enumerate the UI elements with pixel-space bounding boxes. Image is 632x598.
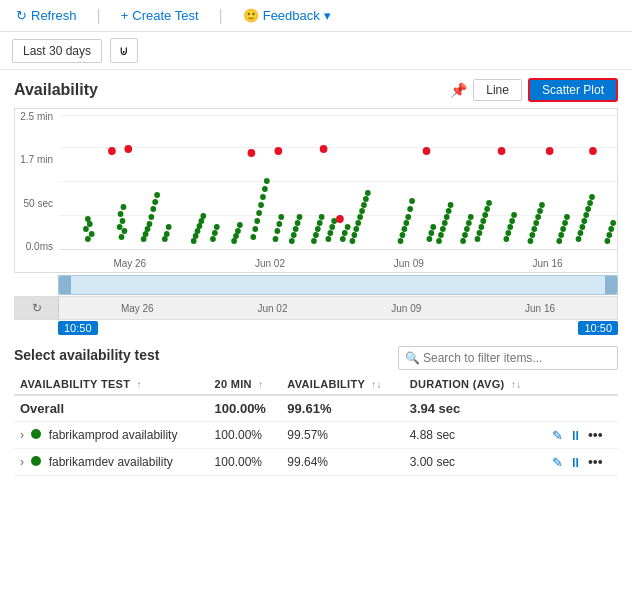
timeline-bar[interactable] bbox=[58, 275, 618, 295]
svg-point-40 bbox=[254, 218, 260, 224]
svg-point-53 bbox=[293, 226, 299, 232]
more-icon-1[interactable]: ••• bbox=[588, 427, 603, 443]
time-badge-end: 10:50 bbox=[578, 321, 618, 335]
svg-point-128 bbox=[576, 236, 582, 242]
feedback-label: Feedback bbox=[263, 8, 320, 23]
svg-point-120 bbox=[537, 208, 543, 214]
svg-point-19 bbox=[152, 199, 158, 205]
pause-icon-1[interactable]: ⏸ bbox=[569, 428, 582, 443]
test1-actions: ✎ ⏸ ••• bbox=[552, 427, 612, 443]
chart-title: Availability bbox=[14, 81, 98, 99]
edit-icon-2[interactable]: ✎ bbox=[552, 455, 563, 470]
pin-icon[interactable]: 📌 bbox=[450, 82, 467, 98]
test1-name: › fabrikamprod availability bbox=[14, 422, 209, 449]
feedback-button[interactable]: 🙂 Feedback ▾ bbox=[239, 6, 335, 25]
expand-icon-1[interactable]: › bbox=[20, 428, 24, 442]
x-label-jun09: Jun 09 bbox=[394, 258, 424, 269]
test1-20min: 100.00% bbox=[209, 422, 282, 449]
svg-point-41 bbox=[256, 210, 262, 216]
svg-point-132 bbox=[583, 212, 589, 218]
svg-point-124 bbox=[558, 232, 564, 238]
sort-icon-duration[interactable]: ↑↓ bbox=[511, 379, 522, 390]
svg-point-137 bbox=[604, 238, 610, 244]
nav-prev-button[interactable]: ↻ bbox=[15, 297, 59, 319]
svg-point-94 bbox=[444, 214, 450, 220]
create-test-button[interactable]: + Create Test bbox=[117, 6, 203, 25]
timeline-handle-left[interactable] bbox=[59, 276, 71, 294]
svg-point-74 bbox=[357, 214, 363, 220]
test2-actions: ✎ ⏸ ••• bbox=[552, 454, 612, 470]
refresh-button[interactable]: ↻ Refresh bbox=[12, 6, 81, 25]
svg-point-52 bbox=[291, 232, 297, 238]
smiley-icon: 🙂 bbox=[243, 8, 259, 23]
y-label-top: 2.5 min bbox=[15, 111, 57, 122]
svg-point-48 bbox=[276, 221, 282, 227]
sort-icon-avail[interactable]: ↑↓ bbox=[371, 379, 382, 390]
svg-point-127 bbox=[564, 214, 570, 220]
svg-point-61 bbox=[320, 145, 328, 153]
svg-point-130 bbox=[579, 224, 585, 230]
y-label-2: 1.7 min bbox=[15, 154, 57, 165]
pause-icon-2[interactable]: ⏸ bbox=[569, 455, 582, 470]
svg-point-136 bbox=[589, 147, 597, 155]
svg-point-77 bbox=[363, 196, 369, 202]
svg-point-30 bbox=[210, 236, 216, 242]
svg-point-134 bbox=[587, 200, 593, 206]
filter-icon-button[interactable]: ⊍ bbox=[110, 38, 138, 63]
search-input[interactable] bbox=[398, 346, 618, 370]
svg-point-5 bbox=[108, 147, 116, 155]
line-view-button[interactable]: Line bbox=[473, 79, 522, 101]
svg-point-107 bbox=[484, 206, 490, 212]
svg-point-116 bbox=[529, 232, 535, 238]
lower-section: Select availability test 🔍 AVAILABILITY … bbox=[0, 340, 632, 480]
svg-point-39 bbox=[252, 226, 258, 232]
timeline-x-jun09: Jun 09 bbox=[391, 303, 421, 314]
plus-icon: + bbox=[121, 8, 129, 23]
svg-point-8 bbox=[117, 224, 123, 230]
chart-section: Availability 📌 Line Scatter Plot 2.5 min… bbox=[0, 70, 632, 340]
chart-area: 2.5 min 1.7 min 50 sec 0.0ms bbox=[14, 108, 618, 273]
svg-point-60 bbox=[319, 214, 325, 220]
svg-point-69 bbox=[345, 224, 351, 230]
svg-point-2 bbox=[83, 226, 89, 232]
svg-point-9 bbox=[120, 218, 126, 224]
test-row-2[interactable]: › fabrikamdev availability 100.00% 99.64… bbox=[14, 449, 618, 476]
sort-icon-20min[interactable]: ↑ bbox=[258, 379, 263, 390]
svg-point-85 bbox=[409, 198, 415, 204]
timeline-handle-right[interactable] bbox=[605, 276, 617, 294]
svg-point-72 bbox=[353, 226, 359, 232]
expand-icon-2[interactable]: › bbox=[20, 455, 24, 469]
svg-point-113 bbox=[509, 218, 515, 224]
test-row-1[interactable]: › fabrikamprod availability 100.00% 99.5… bbox=[14, 422, 618, 449]
timeline-x-may26: May 26 bbox=[121, 303, 154, 314]
edit-icon-1[interactable]: ✎ bbox=[552, 428, 563, 443]
svg-point-43 bbox=[260, 194, 266, 200]
svg-point-80 bbox=[400, 232, 406, 238]
scatter-plot-button[interactable]: Scatter Plot bbox=[528, 78, 618, 102]
chevron-down-icon: ▾ bbox=[324, 8, 331, 23]
sort-icon-test[interactable]: ↑ bbox=[137, 379, 142, 390]
date-range-button[interactable]: Last 30 days bbox=[12, 39, 102, 63]
more-icon-2[interactable]: ••• bbox=[588, 454, 603, 470]
svg-point-115 bbox=[528, 238, 534, 244]
svg-point-59 bbox=[317, 220, 323, 226]
filter-bar: Last 30 days ⊍ bbox=[0, 32, 632, 70]
svg-point-92 bbox=[440, 226, 446, 232]
svg-point-110 bbox=[503, 236, 509, 242]
svg-point-4 bbox=[85, 216, 91, 222]
svg-point-88 bbox=[428, 230, 434, 236]
timeline-x-jun16: Jun 16 bbox=[525, 303, 555, 314]
svg-point-49 bbox=[278, 214, 284, 220]
svg-point-112 bbox=[507, 224, 513, 230]
y-label-3: 50 sec bbox=[15, 198, 57, 209]
svg-point-51 bbox=[289, 238, 295, 244]
svg-point-114 bbox=[511, 212, 517, 218]
svg-point-129 bbox=[578, 230, 584, 236]
svg-point-50 bbox=[275, 147, 283, 155]
svg-point-76 bbox=[361, 202, 367, 208]
svg-point-140 bbox=[610, 220, 616, 226]
svg-point-135 bbox=[589, 194, 595, 200]
svg-point-35 bbox=[235, 228, 241, 234]
status-dot-1 bbox=[31, 429, 41, 439]
test1-duration: 4.88 sec bbox=[404, 422, 546, 449]
